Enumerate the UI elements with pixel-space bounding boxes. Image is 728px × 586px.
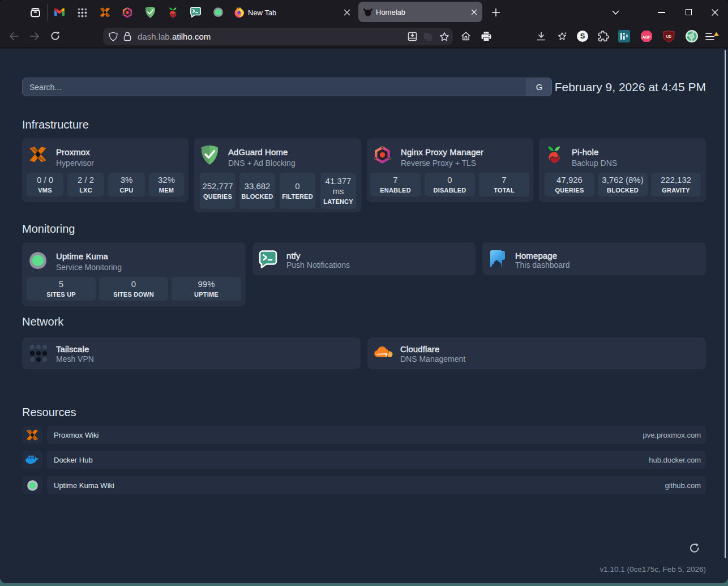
svg-text:ABP: ABP — [643, 35, 651, 39]
svg-text:UD: UD — [666, 35, 672, 39]
